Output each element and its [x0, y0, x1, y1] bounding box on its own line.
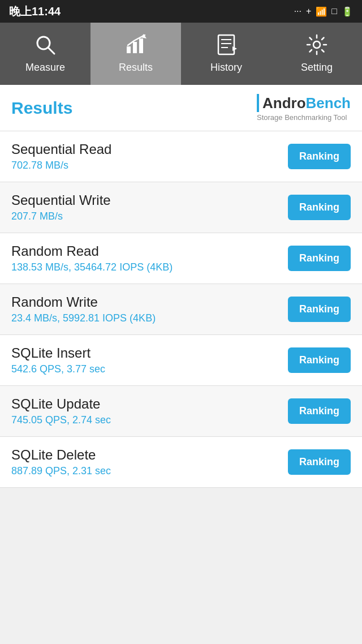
result-row: Random Write23.4 MB/s, 5992.81 IOPS (4KB… [0, 284, 362, 335]
result-name: Sequential Read [11, 141, 288, 157]
page-title: Results [11, 98, 72, 118]
result-row: SQLite Insert542.6 QPS, 3.77 secRanking [0, 335, 362, 386]
result-value: 138.53 MB/s, 35464.72 IOPS (4KB) [11, 261, 288, 273]
brand-name: AndroBench [262, 95, 351, 112]
status-icons: ··· + 📶 □ 🔋 [294, 6, 353, 17]
ranking-button[interactable]: Ranking [288, 144, 351, 169]
ranking-button[interactable]: Ranking [288, 398, 351, 424]
result-value: 745.05 QPS, 2.74 sec [11, 414, 288, 426]
svg-point-11 [313, 41, 320, 48]
tab-history[interactable]: History [181, 23, 272, 85]
result-row: SQLite Update745.05 QPS, 2.74 secRanking [0, 386, 362, 437]
results-icon [125, 34, 146, 58]
tab-measure[interactable]: Measure [0, 23, 90, 85]
brand-subtitle: Storage Benchmarking Tool [257, 113, 347, 122]
result-list: Sequential Read702.78 MB/sRankingSequent… [0, 131, 362, 488]
measure-icon [35, 34, 56, 58]
result-info: Random Write23.4 MB/s, 5992.81 IOPS (4KB… [11, 294, 288, 324]
ranking-button[interactable]: Ranking [288, 195, 351, 220]
result-value: 207.7 MB/s [11, 211, 288, 222]
result-name: SQLite Delete [11, 447, 288, 463]
nav-tabs: Measure Results History [0, 23, 362, 85]
status-time: 晚上11:44 [9, 4, 61, 19]
result-value: 23.4 MB/s, 5992.81 IOPS (4KB) [11, 312, 288, 324]
result-name: Sequential Write [11, 192, 288, 208]
results-header: Results AndroBench Storage Benchmarking … [0, 85, 362, 131]
result-value: 887.89 QPS, 2.31 sec [11, 465, 288, 477]
tab-setting[interactable]: Setting [272, 23, 362, 85]
tab-history-label: History [210, 62, 242, 74]
result-value: 542.6 QPS, 3.77 sec [11, 363, 288, 375]
svg-line-16 [310, 38, 312, 40]
brand-bar [257, 94, 259, 112]
svg-rect-3 [133, 42, 137, 53]
svg-line-17 [322, 50, 324, 52]
ranking-button[interactable]: Ranking [288, 246, 351, 271]
signal-icon: □ [331, 6, 337, 16]
result-name: Random Write [11, 294, 288, 310]
tab-results-label: Results [119, 62, 153, 74]
bluetooth-icon: + [306, 6, 311, 16]
svg-rect-2 [127, 46, 131, 53]
brand-logo: AndroBench Storage Benchmarking Tool [257, 94, 351, 122]
result-row: Sequential Write207.7 MB/sRanking [0, 182, 362, 233]
brand-name-part2: Bench [306, 95, 351, 112]
result-row: Random Read138.53 MB/s, 35464.72 IOPS (4… [0, 233, 362, 284]
result-info: Sequential Read702.78 MB/s [11, 141, 288, 171]
status-bar: 晚上11:44 ··· + 📶 □ 🔋 [0, 0, 362, 23]
tab-results[interactable]: Results [90, 23, 181, 85]
tab-setting-label: Setting [301, 62, 333, 74]
battery-icon: 🔋 [342, 6, 353, 17]
result-info: Sequential Write207.7 MB/s [11, 192, 288, 222]
result-info: SQLite Update745.05 QPS, 2.74 sec [11, 396, 288, 426]
result-name: SQLite Insert [11, 345, 288, 361]
dots-icon: ··· [294, 6, 301, 16]
setting-icon [306, 34, 327, 58]
brand-name-part1: Andro [262, 95, 306, 112]
result-name: SQLite Update [11, 396, 288, 412]
history-icon [216, 34, 237, 58]
result-info: SQLite Insert542.6 QPS, 3.77 sec [11, 345, 288, 375]
result-value: 702.78 MB/s [11, 160, 288, 171]
svg-line-19 [310, 50, 312, 52]
svg-rect-4 [139, 38, 143, 53]
svg-line-18 [322, 38, 324, 40]
tab-measure-label: Measure [25, 62, 65, 74]
result-info: SQLite Delete887.89 QPS, 2.31 sec [11, 447, 288, 477]
result-row: Sequential Read702.78 MB/sRanking [0, 131, 362, 182]
result-row: SQLite Delete887.89 QPS, 2.31 secRanking [0, 437, 362, 488]
ranking-button[interactable]: Ranking [288, 449, 351, 475]
ranking-button[interactable]: Ranking [288, 347, 351, 373]
svg-rect-6 [218, 35, 234, 54]
wifi-icon: 📶 [316, 6, 327, 17]
result-name: Random Read [11, 243, 288, 259]
svg-line-1 [48, 48, 54, 54]
result-info: Random Read138.53 MB/s, 35464.72 IOPS (4… [11, 243, 288, 273]
ranking-button[interactable]: Ranking [288, 297, 351, 322]
